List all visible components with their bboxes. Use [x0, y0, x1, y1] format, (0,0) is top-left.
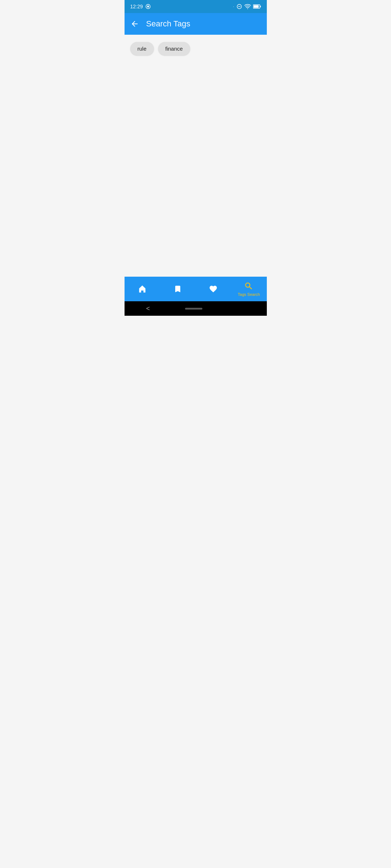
back-button[interactable]: [130, 20, 139, 28]
status-dot: ·: [233, 5, 234, 9]
battery-icon: [253, 4, 261, 9]
svg-point-4: [247, 8, 248, 9]
nav-item-home[interactable]: [125, 281, 160, 297]
svg-point-1: [147, 5, 149, 7]
nav-item-tags-search[interactable]: Tags Search: [231, 278, 266, 299]
tags-container: rulefinance: [125, 35, 267, 277]
bookmark-icon: [173, 284, 182, 294]
bottom-nav: Tags Search: [125, 277, 267, 301]
system-nav-bar: <: [125, 301, 267, 316]
status-bar: 12:29 ·: [125, 0, 267, 13]
wifi-icon: [244, 4, 251, 9]
dnd-icon: [236, 4, 242, 9]
svg-rect-7: [253, 5, 258, 8]
tag-chip[interactable]: finance: [158, 42, 190, 55]
sys-home-pill[interactable]: [185, 308, 202, 310]
svg-rect-6: [260, 6, 261, 7]
search-icon: [244, 281, 253, 291]
tag-chip[interactable]: rule: [130, 42, 154, 55]
nav-item-favorites[interactable]: [196, 282, 231, 296]
home-icon: [138, 284, 147, 294]
sys-back-button[interactable]: <: [146, 305, 150, 312]
status-bar-left: 12:29: [130, 4, 151, 9]
status-bar-right: ·: [233, 4, 261, 9]
page-title: Search Tags: [146, 19, 190, 29]
screen-record-icon: [145, 4, 151, 9]
status-time: 12:29: [130, 4, 143, 9]
app-bar: Search Tags: [125, 13, 267, 35]
nav-item-bookmarks[interactable]: [160, 281, 196, 297]
tags-search-label: Tags Search: [238, 292, 260, 297]
heart-icon: [209, 285, 218, 293]
